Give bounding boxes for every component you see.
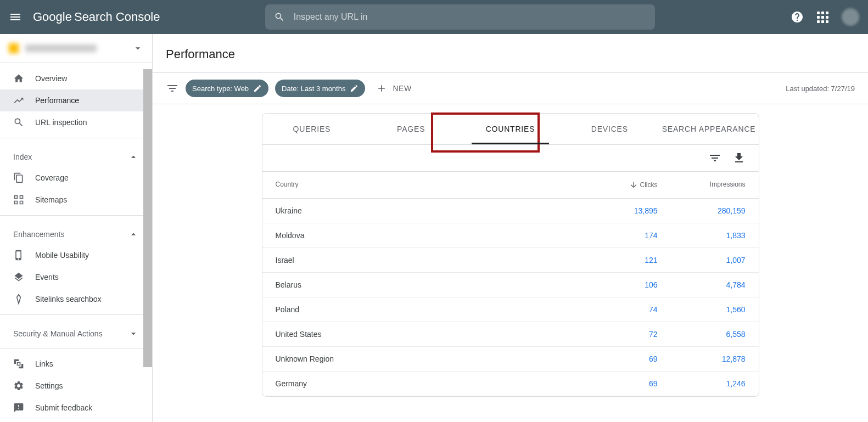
- filters-bar: Search type: Web Date: Last 3 months NEW…: [153, 73, 868, 104]
- table-row[interactable]: Germany 69 1,246: [262, 372, 759, 396]
- table-row[interactable]: Israel 121 1,007: [262, 248, 759, 273]
- col-country-header[interactable]: Country: [276, 181, 570, 189]
- search-input[interactable]: [294, 12, 646, 22]
- edit-icon: [350, 84, 359, 93]
- cell-impressions: 1,560: [658, 305, 746, 314]
- cell-country: Ukraine: [276, 206, 570, 215]
- sidebar-item-label: Sitemaps: [35, 195, 67, 204]
- property-selector[interactable]: [0, 34, 152, 63]
- sidebar-item-url-inspection[interactable]: URL inspection: [0, 111, 152, 133]
- menu-icon[interactable]: [9, 10, 22, 24]
- nav-section-security-manual-actions[interactable]: Security & Manual Actions: [0, 319, 152, 344]
- table-tools: [262, 145, 759, 172]
- cell-impressions: 1,007: [658, 256, 746, 265]
- help-icon[interactable]: [791, 10, 804, 24]
- filter-search-type[interactable]: Search type: Web: [186, 80, 268, 97]
- col-clicks-header[interactable]: Clicks: [570, 181, 658, 189]
- sidebar-item-label: Events: [35, 273, 59, 282]
- cell-country: Poland: [276, 305, 570, 314]
- chevron-down-icon: [128, 328, 139, 339]
- sidebar-item-coverage[interactable]: Coverage: [0, 167, 152, 189]
- table-filter-icon[interactable]: [708, 151, 721, 165]
- sidebar-item-submit-feedback[interactable]: Submit feedback: [0, 397, 152, 419]
- arrow-down-icon: [629, 181, 638, 189]
- sidebar-item-label: Sitelinks searchbox: [35, 295, 102, 303]
- mobile-icon: [13, 250, 24, 261]
- tab-devices[interactable]: DEVICES: [560, 114, 659, 144]
- tab-countries[interactable]: COUNTRIES: [461, 114, 560, 144]
- table-row[interactable]: Unknown Region 69 12,878: [262, 347, 759, 372]
- cell-clicks: 121: [570, 256, 658, 265]
- new-filter-button[interactable]: NEW: [376, 83, 411, 94]
- col-impressions-header[interactable]: Impressions: [658, 181, 746, 189]
- cell-country: Unknown Region: [276, 355, 570, 363]
- cell-country: Israel: [276, 256, 570, 265]
- app-header: Google Search Console: [0, 0, 868, 34]
- cell-clicks: 13,895: [570, 206, 658, 215]
- content: Performance Search type: Web Date: Last …: [153, 34, 868, 422]
- sidebar-item-label: Coverage: [35, 173, 69, 182]
- sidebar-item-mobile-usability[interactable]: Mobile Usability: [0, 244, 152, 266]
- chevron-up-icon: [128, 151, 139, 162]
- cell-impressions: 1,246: [658, 379, 746, 388]
- table-row[interactable]: United States 72 6,558: [262, 322, 759, 347]
- sidebar-item-label: Performance: [35, 96, 79, 105]
- cell-impressions: 1,833: [658, 231, 746, 240]
- gear-icon: [13, 380, 24, 391]
- filter-date[interactable]: Date: Last 3 months: [275, 80, 365, 97]
- plus-icon: [376, 83, 387, 94]
- copy-icon: [13, 172, 24, 183]
- feedback-icon: [13, 402, 24, 413]
- table-row[interactable]: Belarus 106 4,784: [262, 273, 759, 297]
- download-icon[interactable]: [732, 151, 746, 165]
- avatar[interactable]: [842, 8, 859, 26]
- sidebar-item-sitemaps[interactable]: Sitemaps: [0, 189, 152, 211]
- property-name: [25, 44, 97, 52]
- sidebar-item-label: Links: [35, 359, 53, 368]
- data-card: QUERIESPAGESCOUNTRIESDEVICESSEARCH APPEA…: [262, 113, 759, 397]
- search-icon: [274, 12, 285, 22]
- home-icon: [13, 73, 24, 84]
- sidebar-item-links[interactable]: Links: [0, 353, 152, 375]
- table-body: Ukraine 13,895 280,159 Moldova 174 1,833…: [262, 199, 759, 396]
- tabs: QUERIESPAGESCOUNTRIESDEVICESSEARCH APPEA…: [262, 114, 759, 145]
- trend-icon: [13, 95, 24, 106]
- apps-icon[interactable]: [817, 12, 828, 23]
- sidebar-item-label: URL inspection: [35, 118, 87, 127]
- sidebar-item-performance[interactable]: Performance: [0, 89, 152, 111]
- table-row[interactable]: Ukraine 13,895 280,159: [262, 199, 759, 223]
- scrollbar[interactable]: [143, 69, 152, 367]
- cell-impressions: 4,784: [658, 280, 746, 289]
- search-box[interactable]: [265, 4, 655, 30]
- tab-queries[interactable]: QUERIES: [262, 114, 362, 144]
- sidebar-item-sitelinks-searchbox[interactable]: Sitelinks searchbox: [0, 288, 152, 310]
- nav-section-enhancements[interactable]: Enhancements: [0, 220, 152, 244]
- links-icon: [13, 358, 24, 369]
- cell-impressions: 12,878: [658, 355, 746, 363]
- sidebar-item-overview[interactable]: Overview: [0, 67, 152, 89]
- sidebar-item-settings[interactable]: Settings: [0, 375, 152, 397]
- sidebar-item-label: Mobile Usability: [35, 251, 89, 260]
- sidebar-item-label: Overview: [35, 74, 67, 83]
- cell-country: United States: [276, 330, 570, 339]
- property-favicon: [9, 43, 19, 53]
- tab-search-appearance[interactable]: SEARCH APPEARANCE: [659, 114, 759, 144]
- logo-sc: Search Console: [74, 10, 160, 24]
- table-row[interactable]: Moldova 174 1,833: [262, 223, 759, 248]
- sidebar-item-label: Submit feedback: [35, 403, 92, 412]
- sidebar: Overview Performance URL inspection Inde…: [0, 34, 153, 422]
- nav-section-index[interactable]: Index: [0, 143, 152, 167]
- nav: Overview Performance URL inspection Inde…: [0, 63, 152, 422]
- table-row[interactable]: Poland 74 1,560: [262, 297, 759, 322]
- tab-pages[interactable]: PAGES: [361, 114, 461, 144]
- cell-clicks: 174: [570, 231, 658, 240]
- filter-icon[interactable]: [166, 82, 179, 95]
- sidebar-item-events[interactable]: Events: [0, 266, 152, 288]
- cell-clicks: 72: [570, 330, 658, 339]
- cell-clicks: 69: [570, 379, 658, 388]
- cell-clicks: 106: [570, 280, 658, 289]
- cell-country: Moldova: [276, 231, 570, 240]
- edit-icon: [253, 84, 262, 93]
- logo: Google Search Console: [33, 10, 160, 24]
- clicks-label: Clicks: [640, 181, 658, 189]
